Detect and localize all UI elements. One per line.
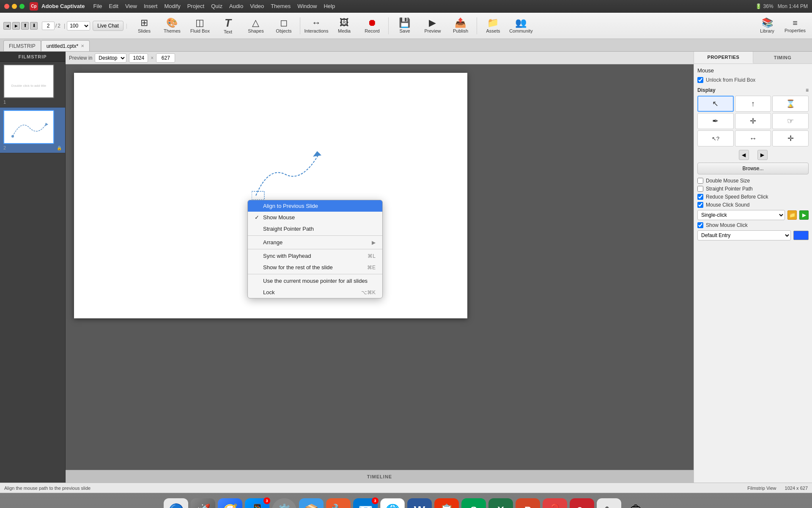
ctx-use-pointer[interactable]: Use the current mouse pointer for all sl… — [248, 275, 382, 287]
menu-insert[interactable]: Insert — [144, 3, 158, 9]
menu-audio[interactable]: Audio — [229, 3, 243, 9]
menu-edit[interactable]: Edit — [109, 3, 118, 9]
forward-button[interactable]: ▶ — [12, 22, 20, 30]
preview-button[interactable]: ▶ Preview — [419, 14, 446, 37]
show-mouse-click-checkbox[interactable] — [697, 222, 703, 228]
double-mouse-checkbox[interactable] — [697, 178, 703, 184]
cursor-move[interactable]: ✛ — [772, 130, 809, 146]
cursor-hand[interactable]: ☞ — [772, 113, 809, 129]
menu-quiz[interactable]: Quiz — [211, 3, 222, 9]
save-button[interactable]: 💾 Save — [391, 14, 418, 37]
ctx-show-rest[interactable]: Show for the rest of the slide ⌘E — [248, 262, 382, 273]
preview-select[interactable]: Desktop Mobile Tablet — [95, 53, 126, 63]
menu-file[interactable]: File — [93, 3, 102, 9]
slide-thumb-2[interactable]: 2 🔒 — [0, 108, 65, 153]
themes-button[interactable]: 🎨 Themes — [159, 14, 186, 37]
cursor-prev-button[interactable]: ◀ — [739, 150, 749, 160]
menu-video[interactable]: Video — [250, 3, 264, 9]
dock-dropbox[interactable]: 📦 — [299, 498, 324, 508]
properties-button[interactable]: ≡ Properties — [782, 14, 809, 37]
click-color-swatch[interactable] — [793, 231, 809, 240]
dock-trash[interactable]: 🗑 — [624, 498, 648, 508]
cursor-up-arrow[interactable]: ↑ — [735, 96, 771, 112]
dock-word[interactable]: W — [407, 498, 432, 508]
entry-select[interactable]: Default Entry — [697, 230, 791, 240]
fluid-box-button[interactable]: ◫ Fluid Box — [187, 14, 214, 37]
dock-launchpad[interactable]: 🚀 — [191, 498, 215, 508]
tab-timing[interactable]: TIMING — [753, 52, 812, 64]
dock-appstore[interactable]: 📱 3 — [245, 498, 269, 508]
dock-powerpoint[interactable]: P — [516, 498, 540, 508]
slides-button[interactable]: ⊞ Slides — [131, 14, 158, 37]
shapes-button[interactable]: △ Shapes — [242, 14, 269, 37]
dock-outlook[interactable]: 📧 3 — [353, 498, 378, 508]
straight-path-checkbox[interactable] — [697, 186, 703, 192]
interactions-button[interactable]: ↔ Interactions — [303, 14, 330, 37]
publish-button[interactable]: 📤 Publish — [447, 14, 474, 37]
dock-safari[interactable]: 🧭 — [218, 498, 242, 508]
ctx-lock[interactable]: Lock ⌥⌘K — [248, 287, 382, 298]
text-button[interactable]: T Text — [214, 14, 241, 37]
ctx-straight-path[interactable]: Straight Pointer Path — [248, 223, 382, 235]
fullscreen-button[interactable] — [19, 4, 25, 9]
cursor-arrow[interactable]: ↖ — [697, 96, 734, 112]
cursor-hourglass[interactable]: ⌛ — [772, 96, 809, 112]
slide-1-title: Double click to add title — [11, 84, 46, 88]
community-button[interactable]: 👥 Community — [508, 14, 535, 37]
mouse-click-sound-checkbox[interactable] — [697, 202, 703, 208]
cursor-pen[interactable]: ✒ — [697, 113, 734, 129]
close-button[interactable] — [4, 4, 9, 9]
filmstrip-tab[interactable]: FILMSTRIP — [3, 40, 41, 51]
menu-project[interactable]: Project — [187, 3, 204, 9]
objects-button[interactable]: ◻ Objects — [270, 14, 297, 37]
reduce-speed-checkbox[interactable] — [697, 194, 703, 200]
cursor-next-button[interactable]: ▶ — [757, 150, 768, 160]
dock-finder2[interactable]: 🗂 — [597, 498, 621, 508]
media-button[interactable]: 🖼 Media — [331, 14, 358, 37]
tab-close-icon[interactable]: ✕ — [81, 44, 84, 48]
library-button[interactable]: 📚 Library — [754, 14, 781, 37]
dock-finder[interactable]: 🔵 — [164, 498, 188, 508]
click-type-select[interactable]: Single-click Double-click Right-click — [697, 210, 785, 220]
display-options-icon[interactable]: ≡ — [806, 87, 809, 93]
cursor-resize-h[interactable]: ↔ — [735, 130, 771, 146]
dock-sysprefs[interactable]: ⚙️ — [272, 498, 296, 508]
ctx-sync[interactable]: Sync with Playhead ⌘L — [248, 250, 382, 262]
menu-window[interactable]: Window — [297, 3, 317, 9]
dock-captivate[interactable]: Cp — [570, 498, 594, 508]
ctx-arrange[interactable]: Arrange ▶ — [248, 237, 382, 248]
unlock-checkbox[interactable] — [697, 77, 703, 83]
dock-chrome[interactable]: 🌐 — [380, 498, 405, 508]
up-button[interactable]: ⬆ — [21, 22, 29, 30]
dock-planplus[interactable]: 📋 — [434, 498, 459, 508]
cursor-help[interactable]: ↖? — [697, 130, 734, 146]
menu-view[interactable]: View — [125, 3, 137, 9]
ctx-show-mouse[interactable]: ✓ Show Mouse — [248, 212, 382, 223]
zoom-select[interactable]: 100 75 50 150 — [67, 21, 90, 30]
menu-modify[interactable]: Modify — [164, 3, 180, 9]
minimize-button[interactable] — [12, 4, 17, 9]
record-button[interactable]: ⏺ Record — [359, 14, 386, 37]
folder-icon-button[interactable]: 📁 — [787, 210, 797, 220]
dock-xmind[interactable]: 🔧 — [326, 498, 351, 508]
canvas-height-input[interactable] — [156, 53, 175, 63]
browse-button[interactable]: Browse... — [697, 163, 809, 174]
back-button[interactable]: ◀ — [3, 22, 11, 30]
dock-helpcenter[interactable]: ❓ — [543, 498, 567, 508]
live-chat-button[interactable]: Live Chat — [93, 21, 123, 31]
slide-thumb-1[interactable]: Double click to add title 1 — [0, 62, 65, 108]
menu-themes[interactable]: Themes — [271, 3, 291, 9]
play-sound-button[interactable]: ▶ — [799, 210, 809, 220]
tab-properties[interactable]: PROPERTIES — [694, 52, 753, 64]
dock-excel[interactable]: X — [488, 498, 513, 508]
cursor-crosshair[interactable]: ✛ — [735, 113, 771, 129]
slide-num-label-1: 1 — [3, 99, 6, 105]
file-tab[interactable]: untitled1.cptx* ✕ — [41, 40, 90, 51]
menu-help[interactable]: Help — [324, 3, 335, 9]
down-button[interactable]: ⬇ — [30, 22, 38, 30]
ctx-align-to-previous[interactable]: Align to Previous Slide — [248, 200, 382, 212]
slide-number-input[interactable] — [42, 22, 55, 30]
dock-sg[interactable]: S — [461, 498, 486, 508]
canvas-width-input[interactable] — [129, 53, 148, 63]
assets-button[interactable]: 📁 Assets — [480, 14, 507, 37]
